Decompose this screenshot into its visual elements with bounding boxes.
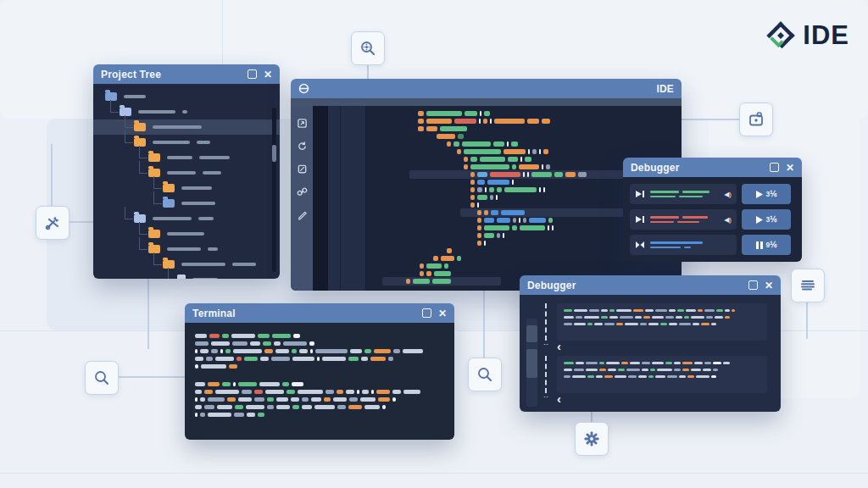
token [477, 187, 482, 192]
token [291, 397, 299, 402]
collapse-chevron-icon[interactable]: ‹ [557, 395, 561, 403]
token [265, 390, 284, 394]
token [586, 362, 598, 364]
token [447, 248, 452, 253]
pause-button[interactable]: 9⅙ [742, 235, 791, 255]
token [532, 149, 537, 154]
collapse-chevron-icon[interactable]: ‹ [557, 342, 561, 351]
stack-frame-panel[interactable] [557, 303, 767, 341]
token [406, 279, 410, 284]
stack-frame-panel[interactable] [557, 356, 767, 393]
grid-line [0, 330, 195, 331]
token [457, 149, 461, 154]
tree-row[interactable] [93, 196, 280, 211]
export-icon[interactable] [297, 118, 308, 129]
tree-row[interactable] [93, 211, 280, 226]
close-icon[interactable]: ✕ [438, 308, 447, 319]
code-row [365, 134, 682, 139]
code-editor[interactable] [365, 106, 682, 291]
folder-icon [163, 184, 175, 192]
settings-card[interactable] [575, 422, 609, 456]
token-row [365, 248, 682, 253]
tree-row[interactable] [93, 150, 280, 165]
token [477, 210, 481, 215]
project-tree-titlebar[interactable]: Project Tree ✕ [93, 64, 280, 84]
tree-row[interactable] [93, 104, 280, 119]
maximize-icon[interactable] [748, 280, 758, 290]
tree-row[interactable] [93, 135, 280, 150]
token [470, 180, 475, 185]
token [648, 323, 659, 325]
play-button[interactable]: 3⅙ [742, 209, 791, 230]
label-dash [192, 278, 218, 279]
token [418, 111, 424, 116]
tree-row[interactable] [93, 272, 280, 279]
label-dash [167, 232, 204, 236]
terminal-body[interactable] [185, 323, 454, 440]
code-row [365, 233, 682, 238]
terminal-output-block [195, 382, 444, 417]
tree-row[interactable] [93, 257, 280, 272]
connector-line [483, 291, 485, 358]
token [665, 316, 674, 319]
tree-row[interactable] [93, 180, 280, 196]
token [364, 405, 380, 409]
connector-line [147, 279, 149, 349]
code-search-card[interactable] [351, 31, 385, 65]
speaker-icon: ◀) [724, 191, 732, 198]
token [599, 362, 604, 364]
camera-card[interactable] [739, 103, 773, 136]
scrollbar-thumb[interactable] [272, 145, 276, 162]
token [333, 397, 347, 402]
token [470, 157, 477, 162]
tools-card[interactable] [36, 206, 70, 240]
maximize-icon[interactable] [770, 163, 779, 172]
close-icon[interactable]: ✕ [264, 69, 272, 80]
frame-icon[interactable] [297, 164, 308, 175]
ide-titlebar[interactable]: IDE [291, 79, 682, 98]
maximize-icon[interactable] [248, 69, 257, 79]
tree-row[interactable] [93, 241, 280, 257]
link-icon[interactable] [297, 186, 308, 197]
log-list-card[interactable] [791, 269, 825, 302]
token [326, 390, 334, 394]
token [604, 323, 615, 325]
search-card-center[interactable] [468, 358, 502, 391]
tree-row[interactable] [93, 165, 280, 180]
sync-icon[interactable] [297, 141, 308, 152]
tree-guide-line [153, 252, 162, 265]
token [609, 316, 618, 319]
token [483, 119, 487, 124]
token [682, 362, 693, 364]
tree-row[interactable] [93, 119, 280, 135]
token-row [195, 397, 444, 402]
token [204, 390, 213, 394]
search-card-left[interactable] [85, 361, 119, 395]
tab-strip[interactable] [291, 98, 682, 106]
scrollbar-track[interactable] [272, 108, 276, 272]
edit-icon[interactable] [297, 209, 308, 220]
token [713, 369, 718, 371]
token [657, 369, 672, 371]
token [231, 334, 255, 338]
code-search-icon [359, 39, 377, 58]
terminal-titlebar[interactable]: Terminal ✕ [185, 303, 454, 323]
token [195, 341, 209, 346]
tree-row[interactable] [93, 89, 280, 104]
token-row [195, 390, 444, 394]
token-row [564, 309, 760, 312]
maximize-icon[interactable] [422, 308, 431, 318]
close-icon[interactable]: ✕ [786, 163, 794, 173]
gear-icon [582, 430, 601, 448]
play-button[interactable]: 3⅙ [742, 184, 791, 204]
token [247, 413, 255, 417]
token [477, 202, 479, 208]
token [669, 323, 677, 325]
token [616, 323, 623, 325]
token [195, 364, 198, 369]
close-icon[interactable]: ✕ [765, 280, 773, 291]
tree-row[interactable] [93, 226, 280, 241]
pause-icon [756, 241, 763, 249]
play-icon [756, 191, 763, 198]
token [594, 323, 603, 325]
